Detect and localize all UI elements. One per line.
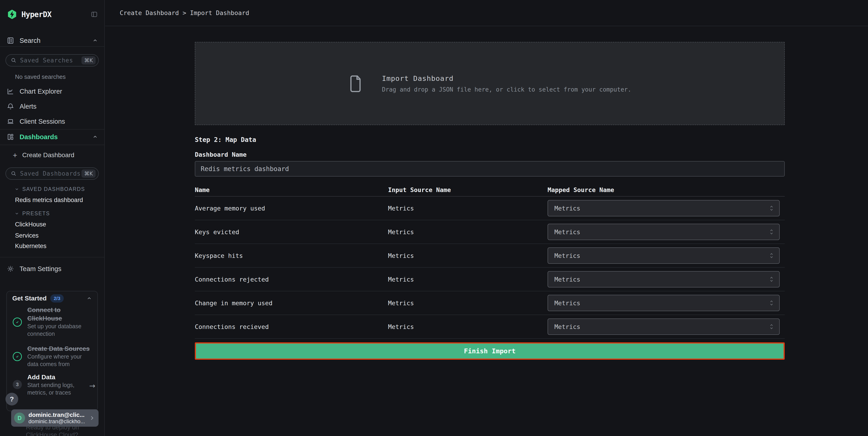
preset-item-kubernetes[interactable]: Kubernetes xyxy=(0,241,105,251)
row-input-source: Metrics xyxy=(388,229,548,236)
dashboards-shortcut-kbd: ⌘K xyxy=(82,170,96,178)
user-menu[interactable]: D dominic.tran@clic... dominic.tran@clic… xyxy=(11,409,98,427)
app-name: HyperDX xyxy=(21,10,52,19)
mapped-source-select[interactable]: Metrics xyxy=(548,295,780,311)
get-started-item-add-data[interactable]: Add Data Start sending logs, metrics, or… xyxy=(27,373,88,396)
search-icon xyxy=(10,57,17,63)
group-saved-dashboards[interactable]: SAVED DASHBOARDS xyxy=(0,185,105,193)
mapped-source-value: Metrics xyxy=(554,299,580,307)
row-name: Connections rejected xyxy=(195,276,388,283)
chevron-up-down-icon xyxy=(768,323,775,330)
row-input-source: Metrics xyxy=(388,252,548,259)
search-section-label: Search xyxy=(20,37,40,45)
help-button[interactable]: ? xyxy=(5,393,18,405)
help-icon: ? xyxy=(10,395,14,403)
column-header-mapped-source: Mapped Source Name xyxy=(548,186,785,194)
row-name: Average memory used xyxy=(195,205,388,212)
chevron-up-down-icon xyxy=(768,204,775,212)
dropzone-title: Import Dashboard xyxy=(382,74,631,83)
sidebar: HyperDX Search Saved Searches ⌘K No save… xyxy=(0,0,105,436)
sidebar-collapse-button[interactable] xyxy=(91,11,98,18)
preset-item-label: ClickHouse xyxy=(15,221,46,228)
saved-searches-input[interactable]: Saved Searches ⌘K xyxy=(5,54,99,66)
sidebar-item-dashboards[interactable]: Dashboards xyxy=(0,132,105,142)
mapped-source-select[interactable]: Metrics xyxy=(548,224,780,240)
create-dashboard-button[interactable]: + Create Dashboard xyxy=(0,151,105,160)
chevron-down-icon xyxy=(14,211,19,216)
dashboard-name-input[interactable] xyxy=(195,161,785,177)
chevron-up-icon[interactable] xyxy=(87,296,92,301)
group-label: PRESETS xyxy=(22,210,50,216)
table-row: Keys evicted Metrics Metrics xyxy=(195,220,785,244)
chevron-right-icon xyxy=(89,415,95,421)
avatar: D xyxy=(14,412,25,424)
step-number-circle: 3 xyxy=(13,380,22,389)
sidebar-section-search[interactable]: Search xyxy=(0,35,105,46)
table-row: Connections recieved Metrics Metrics xyxy=(195,315,785,339)
row-input-source: Metrics xyxy=(388,323,548,330)
chevron-down-icon xyxy=(14,187,19,191)
breadcrumb: Create Dashboard > Import Dashboard xyxy=(120,9,249,17)
bell-icon xyxy=(7,103,14,110)
mapped-source-select[interactable]: Metrics xyxy=(548,318,780,335)
no-saved-searches-text: No saved searches xyxy=(15,74,66,80)
row-mapped-cell: Metrics xyxy=(548,224,785,240)
gear-icon xyxy=(7,265,14,272)
dropzone-subtitle: Drag and drop a JSON file here, or click… xyxy=(382,86,631,93)
arrow-right-icon[interactable]: → xyxy=(89,382,95,390)
step-title: Add Data xyxy=(27,373,88,381)
step-description: Start sending logs, metrics, or traces xyxy=(27,381,88,396)
group-presets[interactable]: PRESETS xyxy=(0,209,105,217)
mapped-source-select[interactable]: Metrics xyxy=(548,200,780,216)
row-name: Keys evicted xyxy=(195,229,388,236)
step-title: Create Data Sources xyxy=(27,344,92,353)
create-dashboard-label: Create Dashboard xyxy=(22,151,74,159)
nav-label: Client Sessions xyxy=(20,118,65,125)
row-mapped-cell: Metrics xyxy=(548,295,785,311)
import-dropzone[interactable]: Import Dashboard Drag and drop a JSON fi… xyxy=(195,42,785,125)
step-label: Step 2: Map Data xyxy=(195,136,785,144)
step-description: Set up your database connection xyxy=(27,323,92,338)
dropzone-text: Import Dashboard Drag and drop a JSON fi… xyxy=(382,74,631,93)
divider xyxy=(0,46,104,47)
finish-import-button[interactable]: Finish Import xyxy=(195,342,785,360)
preset-item-clickhouse[interactable]: ClickHouse xyxy=(0,220,105,229)
main-content: Import Dashboard Drag and drop a JSON fi… xyxy=(195,27,785,360)
mapped-source-select[interactable]: Metrics xyxy=(548,271,780,288)
mapping-table-body: Average memory used Metrics Metrics Keys… xyxy=(195,197,785,339)
finish-import-label: Finish Import xyxy=(464,347,516,355)
promo-line: ClickHouse Cloud? xyxy=(26,431,79,436)
sidebar-item-alerts[interactable]: Alerts xyxy=(0,101,105,111)
row-mapped-cell: Metrics xyxy=(548,200,785,216)
mapping-table: Name Input Source Name Mapped Source Nam… xyxy=(195,183,785,339)
dashboard-item-label: Redis metrics dashboard xyxy=(15,197,83,204)
chevron-up-icon[interactable] xyxy=(92,38,98,43)
sidebar-item-client-sessions[interactable]: Client Sessions xyxy=(0,116,105,126)
panel-left-icon xyxy=(91,11,98,18)
get-started-item-connect[interactable]: Connect to ClickHouse Set up your databa… xyxy=(27,306,92,338)
preset-item-services[interactable]: Services xyxy=(0,231,105,240)
get-started-header[interactable]: Get Started 2/3 xyxy=(7,294,97,303)
sidebar-item-team-settings[interactable]: Team Settings xyxy=(0,264,105,274)
row-input-source: Metrics xyxy=(388,205,548,212)
mapped-source-select[interactable]: Metrics xyxy=(548,248,780,264)
mapped-source-value: Metrics xyxy=(554,252,580,259)
team-settings-label: Team Settings xyxy=(20,265,61,273)
dashboard-item-redis[interactable]: Redis metrics dashboard xyxy=(0,196,105,205)
table-header-row: Name Input Source Name Mapped Source Nam… xyxy=(195,183,785,197)
chevron-up-icon[interactable] xyxy=(92,134,98,140)
user-name: dominic.tran@clic... xyxy=(28,411,85,418)
plus-icon: + xyxy=(13,151,17,159)
step-title: Connect to ClickHouse xyxy=(27,306,92,323)
get-started-title: Get Started xyxy=(12,295,46,302)
get-started-item-sources[interactable]: Create Data Sources Configure where your… xyxy=(27,344,92,368)
mapped-source-value: Metrics xyxy=(554,276,580,283)
get-started-progress-badge: 2/3 xyxy=(50,294,64,302)
group-label: SAVED DASHBOARDS xyxy=(22,186,85,192)
chevron-up-down-icon xyxy=(768,252,775,259)
laptop-icon xyxy=(7,118,14,125)
search-icon xyxy=(10,170,17,177)
sidebar-item-chart-explorer[interactable]: Chart Explorer xyxy=(0,86,105,96)
saved-dashboards-input[interactable]: Saved Dashboards ⌘K xyxy=(5,168,99,180)
dashboard-name-label: Dashboard Name xyxy=(195,151,785,159)
